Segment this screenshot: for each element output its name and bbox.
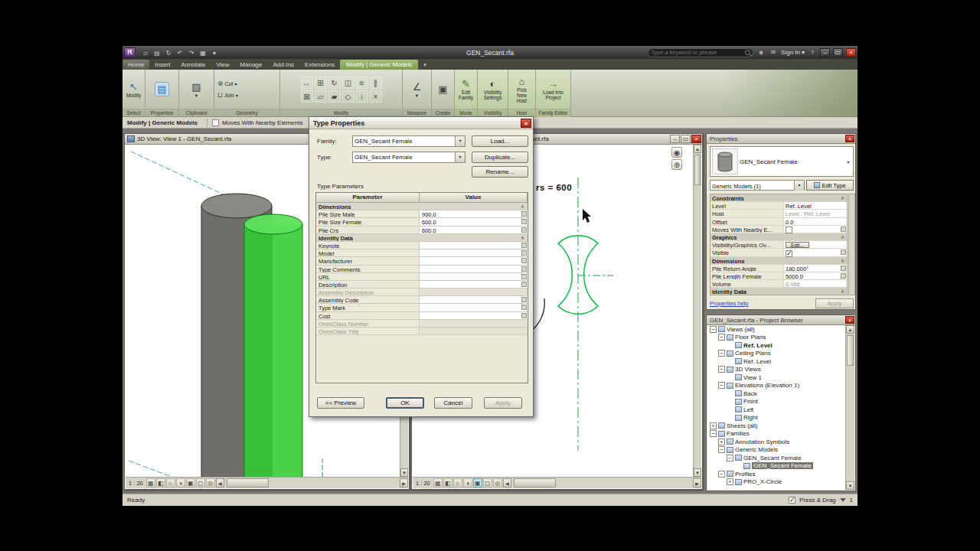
visible-checkbox[interactable] (786, 250, 792, 257)
param-row[interactable]: Manufacturer (316, 257, 528, 265)
help-icon[interactable]: ? (808, 49, 817, 56)
panel-label-clipboard[interactable]: Clipboard (179, 109, 214, 117)
split-icon[interactable]: ∥ (370, 77, 382, 89)
properties-button[interactable]: ▤ (155, 82, 168, 96)
align-icon[interactable]: ≡ (356, 77, 368, 89)
collapse-icon[interactable]: ∧ (518, 203, 528, 210)
tree-item-front[interactable]: Front (707, 398, 845, 406)
tab-annotate[interactable]: Annotate (175, 60, 211, 70)
copy-icon[interactable]: ⊞ (315, 77, 327, 89)
mirror-icon[interactable]: ◫ (342, 77, 354, 89)
param-value-field[interactable] (420, 266, 528, 272)
param-value-field[interactable] (420, 296, 528, 303)
scroll-thumb[interactable] (694, 155, 701, 185)
expander-icon[interactable] (718, 439, 725, 445)
paste-button[interactable]: ▨ ▾ (189, 80, 203, 99)
property-row[interactable]: Offset0.0 (710, 218, 847, 226)
expander-icon[interactable] (710, 430, 717, 437)
ribbon-minimize-icon[interactable]: ▾ (421, 60, 429, 70)
expander-icon[interactable] (718, 350, 725, 357)
family-combo[interactable]: GEN_Secant Female ▾ (352, 135, 466, 147)
param-value-field[interactable] (420, 281, 528, 288)
tree-item-profiles[interactable]: Profiles (707, 470, 845, 478)
sun-path-icon[interactable]: ☼ (166, 478, 175, 487)
tree-item-pro-x-circle[interactable]: PRO_X-Circle (707, 478, 845, 487)
crop-visibility-icon[interactable]: ◻ (196, 478, 205, 487)
property-row[interactable]: HostLevel : Ref. Level (710, 210, 847, 217)
scroll-thumb[interactable] (847, 335, 854, 366)
property-row[interactable]: Visibility/Graphics Ov...Edit... (710, 241, 847, 249)
detail-level-icon[interactable]: ▦ (146, 478, 155, 487)
temporary-hide-icon[interactable]: ◎ (206, 478, 215, 487)
associate-parameter-button[interactable] (521, 266, 527, 272)
rename-button[interactable]: Rename... (472, 166, 528, 178)
scroll-up-icon[interactable]: ▲ (694, 145, 701, 153)
search-box[interactable] (648, 48, 753, 57)
crop-region-icon[interactable]: ▣ (186, 478, 195, 487)
scroll-up-icon[interactable]: ▲ (846, 325, 854, 334)
subscription-icon[interactable]: ◈ (756, 49, 766, 56)
param-row[interactable]: URL (316, 273, 528, 281)
parameter-column-header[interactable]: Parameter (316, 193, 420, 203)
associate-parameter-button[interactable] (521, 305, 527, 310)
associate-parameter-button[interactable] (521, 258, 527, 263)
pin-icon[interactable]: ↕ (356, 90, 368, 103)
zoom-icon[interactable]: ⊕ (671, 159, 682, 170)
crop-region-icon[interactable]: ▣ (473, 478, 482, 487)
collapse-icon[interactable]: ∧ (838, 233, 847, 240)
tab-modify-generic-models[interactable]: Modify | Generic Models (340, 60, 418, 70)
tab-home[interactable]: Home (122, 60, 149, 70)
param-value-field[interactable] (420, 273, 528, 280)
property-row[interactable]: Moves With Nearby E... (710, 226, 847, 233)
tree-item-left[interactable]: Left (707, 406, 845, 414)
expander-icon[interactable] (718, 334, 725, 341)
collapse-icon[interactable]: ∧ (838, 194, 847, 201)
scroll-right-icon[interactable]: ▶ (693, 478, 701, 487)
palette-close-icon[interactable]: × (845, 135, 854, 142)
browser-close-icon[interactable]: × (845, 316, 854, 324)
pick-new-host-button[interactable]: ⌂ Pick New Host (509, 74, 534, 105)
value-column-header[interactable]: Value (420, 193, 528, 203)
hscroll-thumb[interactable] (227, 478, 269, 487)
associate-parameter-button[interactable] (521, 219, 527, 224)
shadows-icon[interactable]: ◑ (176, 478, 185, 487)
param-value-field[interactable]: 600.0 (420, 227, 528, 233)
tree-item-ref-level-ceiling[interactable]: Ref. Level (707, 357, 845, 366)
tab-view[interactable]: View (211, 60, 234, 70)
offset-icon[interactable]: ▱ (315, 90, 327, 103)
moves-with-nearby-checkbox[interactable] (212, 119, 219, 126)
scroll-left-icon[interactable]: ◀ (503, 478, 511, 487)
window-restore-icon[interactable]: ▭ (681, 135, 691, 143)
window-minimize-icon[interactable]: – (670, 135, 680, 143)
expander-icon[interactable] (718, 366, 725, 373)
view-scale[interactable]: 1 : 20 (126, 480, 146, 487)
expander-icon[interactable] (718, 471, 725, 478)
scroll-left-icon[interactable]: ◀ (216, 478, 224, 487)
category-filter-combo[interactable]: Generic Models (1) ▾ (710, 180, 805, 191)
communication-icon[interactable]: ✉ (769, 49, 778, 56)
temporary-hide-icon[interactable]: ◎ (493, 478, 502, 487)
delete-icon[interactable]: × (370, 90, 382, 103)
trim-icon[interactable]: ⊠ (301, 90, 313, 103)
associate-parameter-button[interactable] (521, 243, 527, 248)
expander-icon[interactable] (718, 446, 725, 453)
associate-parameter-button[interactable] (841, 273, 846, 279)
param-row[interactable]: Assembly Code (316, 296, 528, 304)
array-icon[interactable]: ▰ (328, 90, 341, 103)
type-selector[interactable]: GEN_Secant Female ▾ (710, 146, 854, 177)
panel-label-properties[interactable]: Properties (145, 109, 178, 117)
move-icon[interactable]: ↔ (301, 77, 313, 89)
associate-parameter-button[interactable] (521, 274, 527, 279)
steering-wheel-icon[interactable]: ◉ (671, 147, 682, 158)
hscroll-thumb[interactable] (514, 478, 556, 487)
tree-item-back[interactable]: Back (707, 390, 845, 398)
search-input[interactable] (651, 49, 745, 56)
modify-button[interactable]: ↖ Modify (124, 80, 143, 99)
param-value-field[interactable] (420, 242, 528, 249)
property-group-row[interactable]: Constraints∧ (710, 194, 847, 202)
close-button[interactable]: × (846, 48, 856, 57)
combo-dropdown-icon[interactable]: ▾ (794, 181, 804, 191)
param-row[interactable]: Pile Crs600.0 (316, 227, 528, 234)
crop-visibility-icon[interactable]: ◻ (483, 478, 492, 487)
scale-icon[interactable]: ◇ (342, 90, 354, 103)
